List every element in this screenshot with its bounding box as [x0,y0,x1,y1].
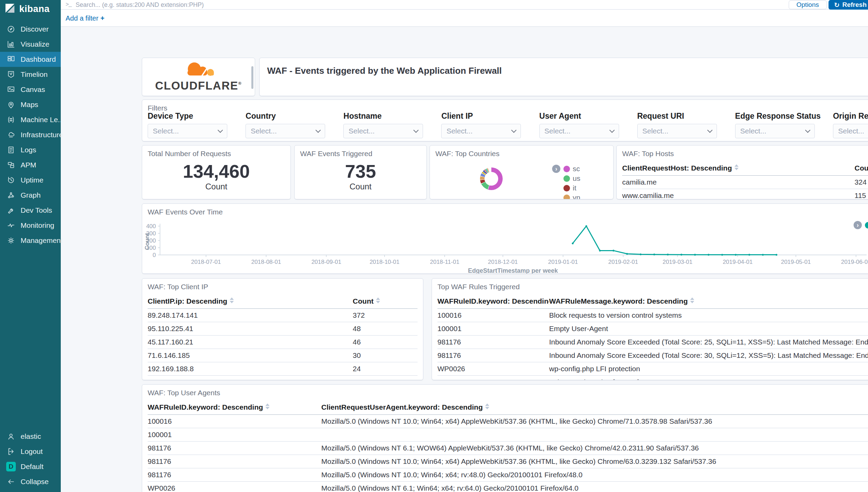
sidebar-item-dev-tools[interactable]: Dev Tools [0,203,61,218]
top-hosts-panel: WAF: Top Hosts ClientRequestHost: Descen… [616,145,868,199]
column-header[interactable]: WAFRuleID.keyword: Descending [148,400,321,415]
sidebar-item-machine-learning[interactable]: Machine Le... [0,112,61,127]
svg-text:2019-01-01: 2019-01-01 [548,259,578,265]
legend-item-it[interactable]: it [563,183,580,193]
sidebar-item-logout[interactable]: Logout [0,444,61,459]
sidebar-item-graph[interactable]: Graph [0,188,61,203]
sidebar-item-apm[interactable]: APM [0,157,61,173]
plus-icon: + [101,14,105,22]
filters-panel: Filters Device TypeSelect...CountrySelec… [142,99,868,141]
total-requests-panel: Total Number of Requests 134,460 Count [142,145,291,199]
panel-title: WAF: Top Client IP [148,283,208,291]
waf-events-panel: WAF Events Triggered 735 Count [294,145,427,199]
sidebar-item-dashboard[interactable]: Dashboard [0,52,61,67]
sidebar-item-collapse[interactable]: Collapse [0,474,61,489]
legend-toggle-icon[interactable]: › [552,165,560,173]
filter-label: Edge Response Status [735,112,815,121]
column-header[interactable]: Count [353,294,418,309]
timelion-icon [6,70,16,79]
legend-item-vn[interactable]: vn [563,193,580,199]
legend-dot [563,175,570,182]
user-icon [6,432,16,441]
sidebar-item-monitoring[interactable]: Monitoring [0,218,61,233]
kibana-logo[interactable]: kibana [0,0,61,18]
legend-label: sc [573,165,580,173]
svg-text:2019-02-01: 2019-02-01 [608,259,638,265]
select-placeholder: Select... [446,127,472,135]
panel-title: WAF Events Triggered [300,150,372,158]
uptime-icon [6,175,16,185]
filter-select[interactable]: Select... [833,124,868,138]
filter-select[interactable]: Select... [735,124,815,138]
filter-select[interactable]: Select... [245,124,325,138]
table-row: 981176Mozilla/5.0 (Windows NT 6.1; WOW64… [148,442,868,455]
countries-donut-chart[interactable] [480,167,503,190]
select-placeholder: Select... [545,127,571,135]
filter-select[interactable]: Select... [539,124,619,138]
sidebar-item-default-space[interactable]: DDefault [0,459,61,474]
legend-dot [563,185,570,191]
sidebar-item-label: elastic [21,432,41,441]
panel-title: WAF: Top Countries [435,150,500,158]
search-input[interactable]: >_ Search... (e.g. status:200 AND extens… [66,0,204,10]
logs-icon [6,145,16,155]
filter-select[interactable]: Select... [637,124,717,138]
table-row: WP0026Mozilla/5.0 (Windows NT 6.1; Win64… [148,482,868,492]
legend-label: us [573,174,580,183]
filter-label: Client IP [441,112,521,121]
sidebar-item-timelion[interactable]: Timelion [0,67,61,82]
sidebar-item-uptime[interactable]: Uptime [0,173,61,188]
sidebar-item-management[interactable]: Management [0,233,61,248]
visualize-icon [6,39,16,49]
dev-tools-icon [6,206,16,215]
select-placeholder: Select... [740,127,766,135]
sidebar-item-label: Default [21,462,44,471]
options-button[interactable]: Options [789,0,827,9]
dashboard-title-panel: WAF - Events triggered by the Web Applic… [259,58,868,96]
sidebar-item-logs[interactable]: Logs [0,142,61,157]
monitoring-icon [6,221,16,230]
sort-icon [265,403,270,409]
sidebar-item-maps[interactable]: Maps [0,97,61,112]
sidebar-item-infrastructure[interactable]: Infrastructure [0,127,61,142]
sidebar-item-label: Logs [21,146,36,154]
column-header[interactable]: Count [855,161,868,176]
events-chart[interactable]: 01002003004002018-07-012018-08-012018-09… [142,204,868,273]
metric-unit: Count [295,182,426,191]
column-header[interactable]: WAFRuleMessage.keyword: Descending [549,294,868,309]
svg-text:2018-10-01: 2018-10-01 [369,259,399,265]
sidebar-item-canvas[interactable]: Canvas [0,82,61,97]
refresh-button[interactable]: ↻ Refresh [829,0,868,10]
chevron-down-icon [413,127,419,133]
sidebar-item-label: Visualize [21,40,49,48]
sort-icon [734,164,739,170]
table-row: 100016Block requests to version control … [437,309,868,322]
filter-select[interactable]: Select... [441,124,521,138]
sidebar-item-visualize[interactable]: Visualize [0,37,61,52]
filter-select[interactable]: Select... [148,124,227,138]
default-space-icon: D [6,462,16,471]
add-filter-button[interactable]: Add a filter+ [66,14,104,22]
table-row: WP0026wp-config.php LFI protection67 [437,362,868,376]
top-client-ip-panel: WAF: Top Client IP ClientIP.ip: Descendi… [142,278,423,380]
infrastructure-icon [6,130,16,140]
sidebar-item-discover[interactable]: Discover [0,22,61,37]
filter-group-user-agent: User AgentSelect... [539,112,619,138]
panel-scrollbar[interactable] [251,66,253,89]
legend-item-sc[interactable]: sc [563,164,580,174]
top-countries-panel: WAF: Top Countries › scusitvn [430,145,614,199]
filter-select[interactable]: Select... [343,124,423,138]
filter-label: User Agent [539,112,619,121]
legend-item-us[interactable]: us [563,174,580,183]
column-header[interactable]: ClientIP.ip: Descending [148,294,353,309]
filter-controls: Device TypeSelect...CountrySelect...Host… [148,112,868,138]
sidebar-item-user[interactable]: elastic [0,429,61,444]
column-header[interactable]: ClientRequestUserAgent.keyword: Descendi… [321,400,868,415]
table-row: www.camilia.me115 [622,189,868,200]
apm-icon [6,160,16,170]
chevron-down-icon [316,127,321,133]
column-header[interactable]: WAFRuleID.keyword: Descending [437,294,549,309]
sort-icon [376,297,380,303]
column-header[interactable]: ClientRequestHost: Descending [622,161,855,176]
legend-toggle-icon[interactable]: › [854,221,862,229]
